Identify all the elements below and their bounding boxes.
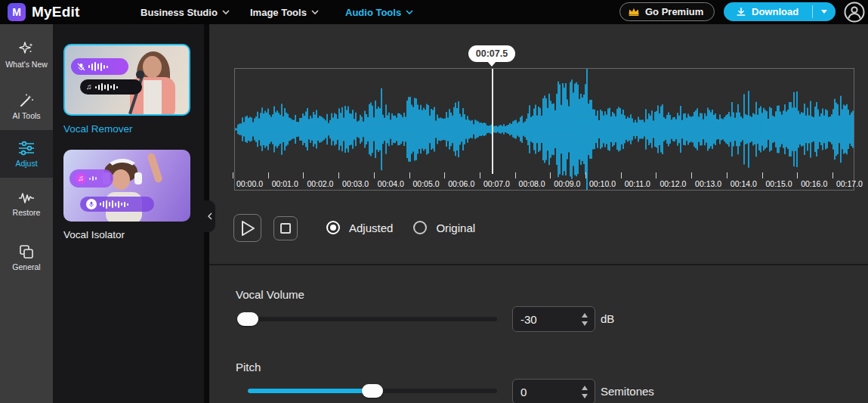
stepper-down-button[interactable] [582, 321, 588, 326]
stepper-up-button[interactable] [582, 386, 588, 390]
mic-muted-icon [77, 63, 85, 71]
sidebar-item-general[interactable]: General [0, 243, 53, 271]
download-label: Download [752, 6, 798, 17]
vocal-volume-input[interactable] [513, 313, 578, 326]
timeline-tick-label: 00:08.0 [519, 179, 545, 188]
microphone-decoration [136, 70, 144, 79]
stepper-controls [578, 313, 595, 326]
pitch-input[interactable] [513, 386, 578, 398]
timeline-tick-label: 00:05.0 [413, 179, 440, 188]
radio-adjusted[interactable]: Adjusted [326, 221, 393, 234]
sliders-icon [17, 140, 36, 157]
layers-copy-icon [18, 243, 35, 260]
timeline-tick [762, 172, 763, 178]
download-button[interactable]: Download [724, 2, 836, 21]
stepper-up-button[interactable] [582, 313, 588, 318]
pitch-input-box [512, 379, 595, 403]
radio-label: Original [436, 222, 475, 234]
stepper-controls [578, 386, 595, 398]
go-premium-button[interactable]: Go Premium [619, 2, 715, 21]
download-main[interactable]: Download [724, 6, 812, 17]
collapse-panel-button[interactable] [204, 200, 215, 232]
myedit-logo-icon: M [8, 3, 26, 21]
radio-selected-icon [326, 221, 340, 234]
sidebar-item-label: What's New [5, 60, 48, 69]
menu-business-studio[interactable]: Business Studio [141, 0, 230, 24]
timeline-tick-label: 00:01.0 [272, 179, 298, 188]
timeline-tick [585, 172, 586, 178]
stepper-down-button[interactable] [582, 394, 588, 398]
menu-audio-tools[interactable]: Audio Tools [345, 0, 413, 24]
timeline-tick [303, 172, 304, 178]
vocal-volume-slider[interactable] [248, 317, 497, 321]
timeline-tick-label: 00:16.0 [801, 179, 827, 188]
brand-logo[interactable]: M MyEdit [8, 3, 79, 21]
headphones-decoration [134, 172, 142, 184]
chevron-down-icon [311, 10, 319, 15]
thumbnail-decoration [147, 152, 163, 183]
profile-icon[interactable] [844, 2, 865, 23]
vocal-badge [80, 197, 154, 212]
timeline-tick [727, 172, 727, 178]
timeline-tick [797, 172, 798, 178]
radio-original[interactable]: Original [413, 221, 475, 234]
timeline-tick [409, 172, 410, 178]
sidebar-item-adjust[interactable]: Adjust [0, 130, 53, 178]
playhead-line[interactable] [492, 69, 493, 174]
menu-image-tools[interactable]: Image Tools [250, 0, 319, 24]
sidebar-item-ai-tools[interactable]: AI Tools [0, 92, 53, 120]
timeline-tick [656, 172, 656, 178]
menu-label: Image Tools [250, 7, 307, 18]
chevron-left-icon [208, 212, 212, 220]
tool-panel: ♫ Vocal Remover ♫ [53, 24, 204, 403]
brand-name: MyEdit [32, 4, 79, 20]
stop-button[interactable] [273, 216, 298, 240]
app-root: M MyEdit Business Studio Image Tools Aud… [0, 0, 868, 403]
play-button[interactable] [233, 214, 261, 242]
timeline-tick-label: 00:17.0 [836, 179, 863, 188]
timeline-tick-label: 00:09.0 [554, 179, 580, 188]
menu-label: Audio Tools [345, 7, 401, 18]
tool-label-vocal-isolator[interactable]: Vocal Isolator [63, 229, 125, 240]
timeline-tick [444, 172, 445, 178]
music-note-icon: ♫ [86, 83, 92, 91]
playhead-time-tooltip: 00:07.5 [468, 45, 515, 62]
tool-card-vocal-remover[interactable]: ♫ [63, 44, 190, 116]
chevron-down-icon [406, 10, 413, 15]
pitch-label: Pitch [236, 361, 261, 374]
pitch-unit: Semitones [601, 385, 654, 398]
timeline-tick [268, 172, 269, 178]
timeline-tick-label: 00:14.0 [731, 179, 757, 188]
tool-card-vocal-isolator[interactable]: ♫ [63, 150, 190, 222]
timeline-tick [832, 172, 833, 178]
chevron-down-icon [222, 10, 230, 15]
timeline-tick-label: 00:13.0 [695, 179, 721, 188]
music-note-icon: ♫ [76, 173, 86, 184]
waveform-bars [100, 200, 128, 209]
sidebar-item-whats-new[interactable]: What's New [0, 41, 53, 69]
waveform-bars [95, 83, 118, 91]
waveform-restore-icon [17, 191, 36, 206]
sidebar-item-label: Adjust [15, 160, 37, 168]
timeline-tick [691, 172, 692, 178]
sparkle-icon [18, 41, 35, 57]
sidebar-item-label: AI Tools [12, 112, 40, 120]
top-navbar: M MyEdit Business Studio Image Tools Aud… [0, 0, 868, 24]
play-icon [239, 219, 256, 237]
vocal-volume-slider-thumb[interactable] [237, 312, 258, 326]
mic-icon [86, 199, 97, 209]
go-premium-label: Go Premium [645, 6, 703, 17]
muted-vocal-badge [71, 58, 128, 75]
download-options-button[interactable] [813, 10, 836, 14]
slider-fill [248, 389, 372, 393]
waveform-bars [88, 62, 108, 71]
sidebar-item-label: General [12, 263, 40, 271]
sidebar-item-restore[interactable]: Restore [0, 191, 53, 217]
pitch-slider-thumb[interactable] [362, 384, 383, 398]
tool-label-vocal-remover[interactable]: Vocal Remover [63, 123, 133, 135]
magic-wand-icon [18, 92, 35, 109]
timeline-tick-label: 00:04.0 [378, 179, 404, 188]
timeline-tick-label: 00:02.0 [307, 179, 333, 188]
waveform-bars [89, 176, 97, 181]
timeline-tick-label: 00:15.0 [766, 179, 792, 188]
